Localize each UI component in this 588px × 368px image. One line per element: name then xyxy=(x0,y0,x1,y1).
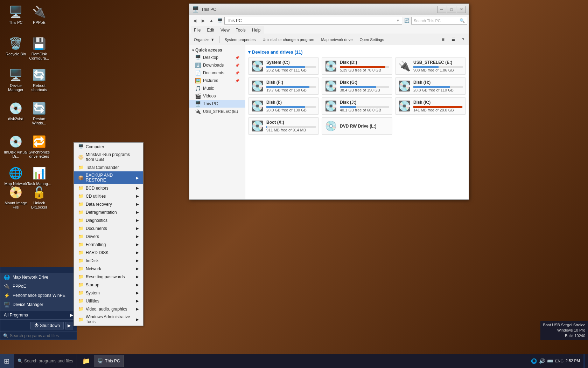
desktop-icon-restart[interactable]: 🔄 Restart Windo... xyxy=(25,100,53,127)
sidebar-item-music[interactable]: 🎵 Music xyxy=(189,84,245,92)
drive-item-10[interactable]: 💿 DVD RW Drive (L:) xyxy=(322,117,392,135)
maximize-button[interactable]: □ xyxy=(447,6,456,13)
back-button[interactable]: ◀ xyxy=(191,17,198,25)
desktop-icon-ramdisk[interactable]: 💾 RamDisk Configura... xyxy=(25,35,53,62)
ctx-item-7[interactable]: 📁 Defragmentation ▶ xyxy=(74,208,143,216)
ctx-item-1[interactable]: 📀 MInstAll -Run programs from USB xyxy=(74,151,143,163)
taskbar-icon-area[interactable]: 📁 xyxy=(78,355,94,367)
ctx-item-14[interactable]: 📁 Network ▶ xyxy=(74,265,143,273)
sidebar-item-this-pc[interactable]: 🖥️ This PC xyxy=(189,100,245,108)
drive-item-6[interactable]: 💽 Disk (I:) 28.0 GB free of 130 GB xyxy=(248,97,319,115)
menu-file[interactable]: File xyxy=(191,26,204,34)
ctx-item-15[interactable]: 📁 Resetting passwords ▶ xyxy=(74,273,143,281)
sidebar-item-desktop[interactable]: 🖥️ Desktop 📌 xyxy=(189,54,245,61)
uninstall-button[interactable]: Uninstall or change a program xyxy=(259,35,317,44)
ctx-item-17[interactable]: 📁 System ▶ xyxy=(74,289,143,297)
details-view-button[interactable]: ☰ xyxy=(448,35,458,44)
drive-icon-1: 💽 xyxy=(325,60,337,72)
ctx-item-0[interactable]: 🖥️ Computer xyxy=(74,143,143,151)
menu-help[interactable]: Help xyxy=(249,26,264,34)
start-button[interactable]: ⊞ xyxy=(0,354,14,368)
tiles-view-button[interactable]: ⊞ xyxy=(438,35,448,44)
drive-item-7[interactable]: 💽 Disk (J:) 40.1 GB free of 60.0 GB xyxy=(322,97,392,115)
drive-item-4[interactable]: 💽 Disk (G:) 38.4 GB free of 150 GB xyxy=(322,77,392,95)
map-network-button[interactable]: Map network drive xyxy=(318,35,356,44)
ctx-label-0: Computer xyxy=(86,144,104,149)
address-path[interactable]: This PC ▼ xyxy=(224,17,402,25)
menu-tools[interactable]: Tools xyxy=(233,26,249,34)
ctx-item-4[interactable]: 📁 BCD editors ▶ xyxy=(74,184,143,192)
menu-edit[interactable]: Edit xyxy=(204,26,217,34)
start-search-icon: 🔍 xyxy=(3,333,8,338)
sidebar-item-documents[interactable]: 📄 Documents 📌 xyxy=(189,69,245,77)
desktop-icon-bitlocker[interactable]: 🔓 Unlock BitLocker xyxy=(25,184,53,211)
drive-item-3[interactable]: 💽 Disk (F:) 19.7 GB free of 150 GB xyxy=(248,77,319,95)
desktop-icon-sync[interactable]: 🔁 Synchronize drive letters xyxy=(25,133,53,160)
ctx-item-16[interactable]: 📁 Startup ▶ xyxy=(74,281,143,289)
taskbar-item-this-pc[interactable]: 🖥️ This PC xyxy=(94,355,124,367)
organize-button[interactable]: Organize ▼ xyxy=(191,35,218,44)
all-programs-button[interactable]: All Programs ▶ xyxy=(0,311,77,319)
drive-item-8[interactable]: 💽 Disk (K:) 141 MB free of 28.0 GB xyxy=(395,97,466,115)
ctx-item-2[interactable]: 📁 Total Commander xyxy=(74,163,143,171)
systray-keyboard-icon[interactable]: ⌨️ xyxy=(547,358,553,364)
search-box[interactable]: Search This PC 🔍 xyxy=(411,17,467,25)
up-button[interactable]: ▲ xyxy=(208,17,215,25)
address-dropdown-icon[interactable]: ▼ xyxy=(396,19,400,22)
ctx-item-20[interactable]: 📁 Windows Administrative Tools ▶ xyxy=(74,313,143,326)
ctx-item-5[interactable]: 📁 CD utilities ▶ xyxy=(74,192,143,200)
drive-name-3: Disk (F:) xyxy=(266,80,316,85)
recent-button[interactable]: 🖥️ xyxy=(216,17,224,25)
shutdown-arrow-button[interactable]: ▶ xyxy=(65,322,73,329)
drive-item-2[interactable]: 🔌 USB_STRELEC (E:) 908 MB free of 1.86 G… xyxy=(395,57,466,75)
minimize-button[interactable]: ─ xyxy=(437,6,446,13)
bitlocker-label: Unlock BitLocker xyxy=(27,201,52,209)
start-item-device-mgr[interactable]: 🖥️ Device Manager xyxy=(0,300,77,309)
ctx-label-19: Video, audio, graphics xyxy=(86,307,127,312)
downloads-sidebar-label: Downloads xyxy=(203,63,224,68)
ctx-item-9[interactable]: 📁 Documents ▶ xyxy=(74,224,143,232)
ctx-item-12[interactable]: 📁 HARD DISK ▶ xyxy=(74,248,143,257)
desktop-icon-pppoe[interactable]: 🔌 PPPoE xyxy=(25,4,53,26)
taskbar-search[interactable]: 🔍 Search programs and files xyxy=(14,354,77,368)
desktop-icon-reboot[interactable]: 🔄 Reboot shortcuts xyxy=(25,67,53,93)
ctx-item-19[interactable]: 📁 Video, audio, graphics ▶ xyxy=(74,305,143,313)
drive-item-0[interactable]: 💽 System (C:) 23.2 GB free of 111 GB xyxy=(248,57,319,75)
start-search-input[interactable] xyxy=(10,333,74,338)
show-desktop-button[interactable] xyxy=(583,354,585,368)
drive-item-5[interactable]: 💽 Disk (H:) 28.8 GB free of 110 GB xyxy=(395,77,466,95)
open-settings-button[interactable]: Open Settings xyxy=(356,35,387,44)
drive-info-3: Disk (F:) 19.7 GB free of 150 GB xyxy=(266,80,316,92)
ctx-item-8[interactable]: 📁 Diagnostics ▶ xyxy=(74,216,143,224)
ctx-item-18[interactable]: 📁 Utilities ▶ xyxy=(74,297,143,305)
ctx-item-3[interactable]: 📦 BACKUP AND RESTORE ▶ xyxy=(74,171,143,184)
drive-item-9[interactable]: 💽 Boot (X:) 911 MB free of 914 MB xyxy=(248,117,319,135)
sidebar-item-videos[interactable]: 🎬 Videos xyxy=(189,92,245,100)
help-button[interactable]: ? xyxy=(459,35,467,44)
start-item-perf[interactable]: ⚡ Performance options WinPE xyxy=(0,291,77,300)
sidebar-item-downloads[interactable]: ⬇️ Downloads 📌 xyxy=(189,61,245,69)
ctx-arrow-10: ▶ xyxy=(136,234,139,238)
drive-item-1[interactable]: 💽 Disk (D:) 5.39 GB free of 70.0 GB xyxy=(322,57,392,75)
ctx-item-13[interactable]: 📁 ImDisk ▶ xyxy=(74,257,143,265)
systray-network-icon[interactable]: 🌐 xyxy=(531,358,537,364)
start-item-map-drive[interactable]: 🌐 Map Network Drive xyxy=(0,273,77,282)
ctx-item-10[interactable]: 📁 Drivers ▶ xyxy=(74,232,143,240)
ctx-item-6[interactable]: 📁 Data recovery ▶ xyxy=(74,200,143,208)
start-menu: 🌐 Map Network Drive 🔌 PPPoE ⚡ Performanc… xyxy=(0,267,77,340)
drive-info-6: Disk (I:) 28.0 GB free of 130 GB xyxy=(266,100,316,112)
systray-speaker-icon[interactable]: 🔊 xyxy=(539,358,545,364)
sidebar-item-pictures[interactable]: 🖼️ Pictures 📌 xyxy=(189,77,245,84)
sidebar-item-usb[interactable]: 🔌 USB_STRELEC (E:) xyxy=(189,108,245,115)
ctx-label-12: HARD DISK xyxy=(86,250,108,255)
drive-free-5: 28.8 GB free of 110 GB xyxy=(413,88,463,92)
menu-view[interactable]: View xyxy=(217,26,233,34)
close-button[interactable]: ✕ xyxy=(457,6,466,13)
ctx-item-11[interactable]: 📁 Formatting ▶ xyxy=(74,240,143,248)
start-item-pppoe[interactable]: 🔌 PPPoE xyxy=(0,282,77,291)
forward-button[interactable]: ▶ xyxy=(199,17,207,25)
refresh-button[interactable]: 🔄 xyxy=(403,17,411,25)
quick-access-header[interactable]: ▾ Quick access xyxy=(189,47,245,54)
system-properties-button[interactable]: System properties xyxy=(222,35,259,44)
shutdown-button[interactable]: ⏻ Shut down xyxy=(30,322,64,329)
